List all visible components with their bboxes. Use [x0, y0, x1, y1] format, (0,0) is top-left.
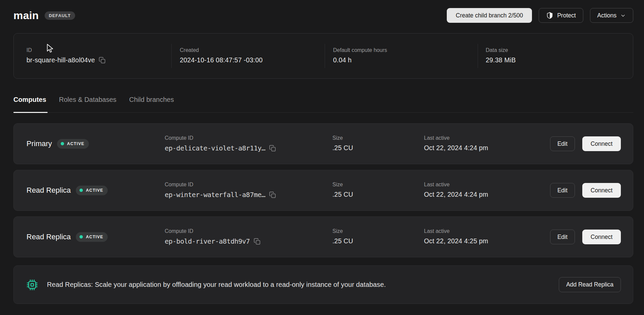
tab-computes[interactable]: Computes — [13, 96, 46, 112]
status-dot-icon — [79, 189, 83, 192]
status-label: ACTIVE — [86, 235, 103, 239]
tab-child-branches[interactable]: Child branches — [129, 96, 174, 112]
page-title: main — [13, 9, 39, 22]
protect-button[interactable]: Protect — [539, 8, 583, 23]
status-dot-icon — [61, 142, 64, 145]
divider — [171, 44, 172, 68]
protect-label: Protect — [557, 12, 576, 19]
last-active-value: Oct 22, 2024 4:24 pm — [424, 144, 488, 152]
tab-bar: Computes Roles & Databases Child branche… — [13, 96, 633, 113]
last-active-label: Last active — [424, 229, 488, 234]
divider — [325, 44, 325, 68]
created-label: Created — [180, 48, 263, 53]
status-badge: ACTIVE — [57, 139, 89, 149]
id-label: ID — [26, 48, 106, 53]
actions-label: Actions — [597, 12, 616, 19]
divider — [478, 44, 478, 68]
copy-icon — [269, 191, 276, 198]
create-child-branch-button[interactable]: Create child branch 2/500 — [447, 8, 532, 23]
connect-button[interactable]: Connect — [582, 230, 621, 244]
compute-id-label: Compute ID — [165, 182, 276, 187]
field-size: Size .25 CU — [332, 229, 353, 245]
size-label: Size — [332, 182, 353, 187]
field-last-active: Last active Oct 22, 2024 4:25 pm — [424, 229, 488, 245]
compute-row-primary: Primary ACTIVE Compute ID ep-delicate-vi… — [13, 123, 633, 164]
copy-compute-id-button[interactable] — [254, 238, 261, 245]
edit-button[interactable]: Edit — [550, 230, 575, 244]
data-size-value: 29.38 MiB — [486, 56, 516, 64]
compute-hours-label: Default compute hours — [333, 48, 387, 53]
copy-icon — [99, 57, 106, 64]
chevron-down-icon — [620, 13, 626, 18]
cpu-chip-icon — [26, 279, 38, 291]
compute-id-value: ep-winter-waterfall-a87me… — [165, 191, 265, 199]
last-active-label: Last active — [424, 135, 488, 141]
status-dot-icon — [79, 235, 83, 239]
status-badge: ACTIVE — [76, 232, 108, 242]
field-last-active: Last active Oct 22, 2024 4:24 pm — [424, 135, 488, 152]
field-last-active: Last active Oct 22, 2024 4:24 pm — [424, 182, 488, 198]
field-compute-id: Compute ID ep-delicate-violet-a8r11y… — [165, 135, 276, 152]
connect-button[interactable]: Connect — [582, 136, 621, 151]
size-value: .25 CU — [332, 237, 353, 245]
status-label: ACTIVE — [86, 188, 103, 193]
field-id: ID br-square-hill-a8ol04ve — [26, 48, 106, 64]
edit-button[interactable]: Edit — [550, 136, 575, 151]
branch-id-value: br-square-hill-a8ol04ve — [26, 56, 95, 64]
data-size-label: Data size — [486, 48, 516, 53]
compute-id-label: Compute ID — [165, 229, 261, 234]
compute-name: Read Replica — [26, 233, 71, 241]
add-read-replica-button[interactable]: Add Read Replica — [559, 277, 621, 292]
branch-detail-page: main DEFAULT Create child branch 2/500 P… — [0, 0, 644, 315]
last-active-value: Oct 22, 2024 4:24 pm — [424, 191, 488, 198]
compute-hours-value: 0.04 h — [333, 56, 387, 64]
compute-id-value: ep-delicate-violet-a8r11y… — [165, 144, 265, 152]
header-actions: Create child branch 2/500 Protect Action… — [447, 8, 633, 23]
copy-compute-id-button[interactable] — [269, 191, 276, 198]
compute-id-label: Compute ID — [165, 135, 276, 141]
field-data-size: Data size 29.38 MiB — [486, 48, 516, 64]
copy-icon — [254, 238, 261, 245]
page-header: main DEFAULT Create child branch 2/500 P… — [13, 0, 633, 31]
default-badge: DEFAULT — [45, 11, 75, 20]
compute-row-read-replica-2: Read Replica ACTIVE Compute ID ep-bold-r… — [13, 216, 633, 257]
field-compute-id: Compute ID ep-winter-waterfall-a87me… — [165, 182, 276, 199]
tab-roles-databases[interactable]: Roles & Databases — [59, 96, 116, 112]
branch-info-card: ID br-square-hill-a8ol04ve Created 2024-… — [13, 33, 633, 79]
compute-row-read-replica-1: Read Replica ACTIVE Compute ID ep-winter… — [13, 170, 633, 211]
compute-name: Read Replica — [26, 186, 71, 195]
status-badge: ACTIVE — [76, 186, 108, 195]
connect-button[interactable]: Connect — [582, 183, 621, 198]
edit-button[interactable]: Edit — [550, 183, 575, 198]
field-compute-id: Compute ID ep-bold-river-a8tdh9v7 — [165, 229, 261, 245]
compute-name: Primary — [26, 139, 52, 148]
actions-menu-button[interactable]: Actions — [590, 8, 633, 23]
status-label: ACTIVE — [67, 142, 85, 146]
field-size: Size .25 CU — [332, 182, 353, 198]
shield-icon — [546, 12, 553, 19]
created-value: 2024-10-16 08:47:57 -03:00 — [180, 56, 263, 64]
branch-title-group: main DEFAULT — [13, 9, 75, 22]
last-active-label: Last active — [424, 182, 488, 187]
field-size: Size .25 CU — [332, 135, 353, 152]
size-value: .25 CU — [332, 191, 353, 198]
size-value: .25 CU — [332, 144, 353, 152]
read-replica-description: Read Replicas: Scale your application by… — [47, 281, 559, 289]
size-label: Size — [332, 135, 353, 141]
size-label: Size — [332, 229, 353, 234]
copy-icon — [269, 145, 276, 152]
last-active-value: Oct 22, 2024 4:25 pm — [424, 237, 488, 245]
read-replica-banner: Read Replicas: Scale your application by… — [13, 265, 633, 304]
copy-compute-id-button[interactable] — [269, 145, 276, 152]
field-created: Created 2024-10-16 08:47:57 -03:00 — [180, 48, 263, 64]
copy-branch-id-button[interactable] — [99, 57, 106, 64]
field-compute-hours: Default compute hours 0.04 h — [333, 48, 387, 64]
compute-id-value: ep-bold-river-a8tdh9v7 — [165, 237, 250, 245]
